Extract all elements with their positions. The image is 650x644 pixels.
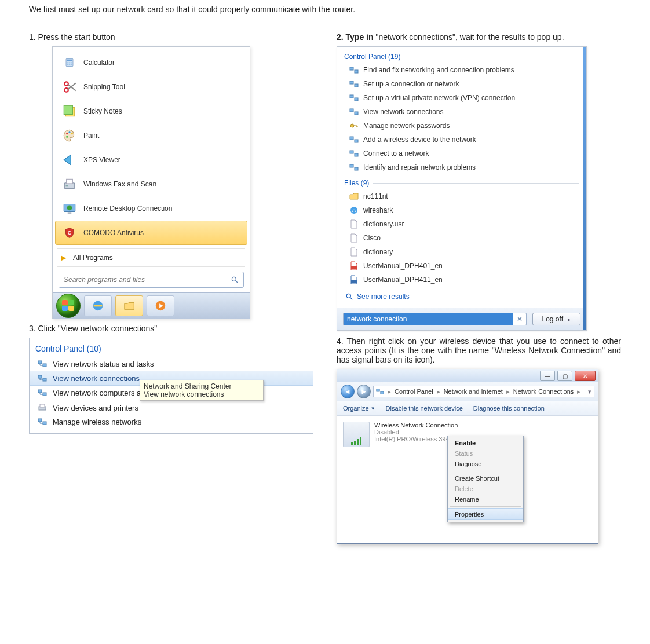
start-menu-sticky-notes[interactable]: Sticky Notes xyxy=(55,99,247,123)
start-menu-xps-viewer[interactable]: XPS Viewer xyxy=(55,148,247,172)
sr-file[interactable]: dictionary.usr xyxy=(339,217,584,231)
svg-point-13 xyxy=(68,131,70,133)
start-orb[interactable] xyxy=(56,294,81,318)
ctx-properties[interactable]: Properties xyxy=(448,508,523,520)
svg-rect-5 xyxy=(67,64,68,65)
sr-file[interactable]: Cisco xyxy=(339,231,584,245)
network-icon xyxy=(349,149,359,158)
svg-rect-40 xyxy=(350,95,353,98)
start-menu-paint[interactable]: Paint xyxy=(55,123,247,148)
sr-item-label: Connect to a network xyxy=(363,149,429,158)
start-menu-remote-desktop[interactable]: Remote Desktop Connection xyxy=(55,196,247,221)
cp-item[interactable]: View network status and tasks xyxy=(30,357,313,371)
network-icon xyxy=(38,417,47,426)
svg-rect-47 xyxy=(350,151,353,153)
context-menu: Enable Status Diagnose Create Shortcut D… xyxy=(447,436,524,522)
see-more-results[interactable]: See more results xyxy=(337,287,586,308)
all-programs-label: All Programs xyxy=(73,254,113,262)
separator xyxy=(57,248,245,249)
ctx-enable[interactable]: Enable xyxy=(448,438,523,448)
svg-rect-50 xyxy=(355,167,358,170)
svg-rect-41 xyxy=(355,98,358,101)
step3-label: 3. Click "View network connections" xyxy=(29,324,313,333)
ctx-shortcut[interactable]: Create Shortcut xyxy=(448,473,523,484)
start-menu-fax-scan[interactable]: Windows Fax and Scan xyxy=(55,172,247,196)
cp-item[interactable]: View devices and printers xyxy=(30,401,313,415)
diagnose-connection[interactable]: Diagnose this connection xyxy=(473,405,545,412)
sr-file[interactable]: wireshark xyxy=(339,203,584,217)
crumb[interactable]: Control Panel xyxy=(395,388,433,395)
svg-rect-4 xyxy=(71,62,72,63)
menu-item-label: Calculator xyxy=(83,58,115,67)
search-input[interactable] xyxy=(59,272,226,287)
clear-icon[interactable]: ✕ xyxy=(513,315,526,323)
sr-item[interactable]: Set up a connection or network xyxy=(339,77,584,91)
taskbar-explorer[interactable] xyxy=(115,295,143,316)
start-menu-snipping-tool[interactable]: Snipping Tool xyxy=(55,75,247,99)
taskbar-media[interactable] xyxy=(147,295,174,316)
forward-button[interactable]: ► xyxy=(357,385,371,398)
sr-item[interactable]: Manage network passwords xyxy=(339,119,584,133)
menu-item-label: Remote Desktop Connection xyxy=(83,204,172,213)
svg-point-12 xyxy=(66,133,68,134)
ctx-diagnose[interactable]: Diagnose xyxy=(448,459,523,469)
svg-rect-3 xyxy=(69,62,71,63)
sr-item[interactable]: Add a wireless device to the network xyxy=(339,133,584,147)
crumb[interactable]: Network Connections xyxy=(513,388,574,395)
back-button[interactable]: ◄ xyxy=(341,385,355,398)
sr-file[interactable]: dictionary xyxy=(339,245,584,259)
sr-item[interactable]: View network connections xyxy=(339,105,584,119)
menu-item-label: Snipping Tool xyxy=(83,83,125,91)
sr-item[interactable]: Set up a virtual private network (VPN) c… xyxy=(339,91,584,105)
start-menu-calculator[interactable]: Calculator xyxy=(55,50,247,75)
sr-item-label: Set up a connection or network xyxy=(363,80,459,88)
crumb[interactable]: Network and Internet xyxy=(444,388,503,395)
svg-point-23 xyxy=(232,277,236,281)
sr-file[interactable]: UserManual_DPH411_en xyxy=(339,273,584,287)
scissors-icon xyxy=(61,79,78,95)
svg-rect-55 xyxy=(377,389,379,391)
sr-item[interactable]: Connect to a network xyxy=(339,147,584,160)
svg-point-44 xyxy=(350,124,354,127)
connection-name: Wireless Network Connection xyxy=(374,422,463,429)
svg-point-54 xyxy=(346,294,350,298)
logoff-button[interactable]: Log off▸ xyxy=(532,313,580,325)
search-results-pane: Control Panel (19) Find and fix networki… xyxy=(337,46,587,331)
search-query-box[interactable]: network connection ✕ xyxy=(343,313,527,325)
breadcrumb-field[interactable]: ▸ Control Panel ▸ Network and Internet ▸… xyxy=(373,386,594,397)
maximize-button[interactable]: ▢ xyxy=(557,371,572,381)
chevron-down-icon[interactable]: ▾ xyxy=(588,388,591,396)
sr-item-label: Identify and repair network problems xyxy=(363,163,476,171)
svg-rect-56 xyxy=(381,391,384,394)
minimize-button[interactable]: — xyxy=(540,371,555,381)
sr-file[interactable]: nc111nt xyxy=(339,189,584,203)
cp-item-label: View network connections xyxy=(53,374,140,383)
ctx-rename[interactable]: Rename xyxy=(448,494,523,504)
cp-item[interactable]: Manage wireless networks xyxy=(30,415,313,429)
sr-item[interactable]: Find and fix networking and connection p… xyxy=(339,63,584,77)
ctx-status: Status xyxy=(448,448,523,459)
svg-rect-35 xyxy=(43,422,46,425)
svg-rect-28 xyxy=(38,375,42,378)
step2-label: 2. Type in "network connections", wait f… xyxy=(337,32,621,42)
disable-device[interactable]: Disable this network device xyxy=(386,405,463,412)
svg-text:C: C xyxy=(68,230,72,236)
titlebar: — ▢ ✕ xyxy=(337,369,598,382)
file-icon xyxy=(349,219,359,229)
fax-icon xyxy=(61,176,78,192)
step1-label: 1. Press the start button xyxy=(29,32,313,42)
taskbar-ie[interactable] xyxy=(84,295,112,316)
all-programs[interactable]: ▶ All Programs xyxy=(61,254,242,262)
start-search[interactable] xyxy=(59,272,244,288)
close-button[interactable]: ✕ xyxy=(575,371,596,381)
sr-file[interactable]: UserManual_DPH401_en xyxy=(339,259,584,273)
start-menu-comodo[interactable]: C COMODO Antivirus xyxy=(55,221,247,245)
svg-rect-42 xyxy=(350,109,353,112)
sr-file-label: Cisco xyxy=(363,234,381,242)
search-footer: network connection ✕ Log off▸ xyxy=(337,308,586,330)
ctx-delete: Delete xyxy=(448,484,523,494)
tooltip: Network and Sharing Center View network … xyxy=(140,380,264,401)
svg-rect-21 xyxy=(68,213,72,214)
organize-menu[interactable]: Organize ▼ xyxy=(343,405,375,412)
sr-item[interactable]: Identify and repair network problems xyxy=(339,160,584,174)
